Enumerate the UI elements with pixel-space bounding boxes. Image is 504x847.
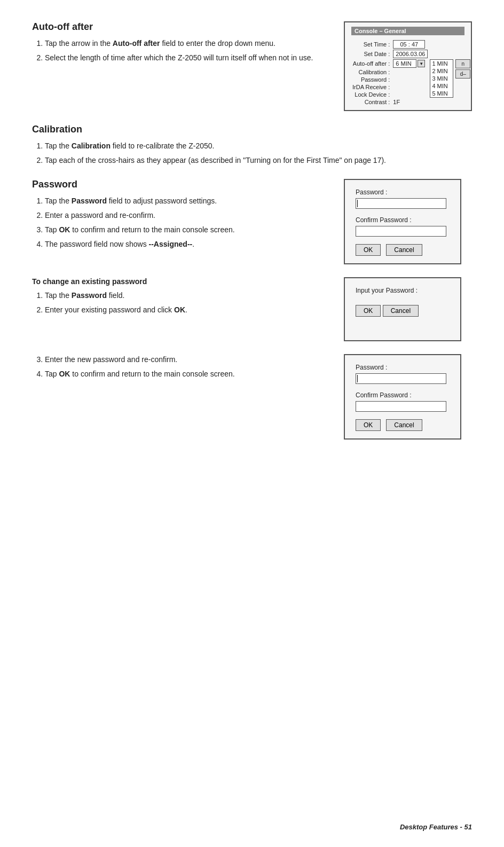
password-step-3: Tap OK to confirm and return to the main… xyxy=(45,224,331,236)
password-label: Password : xyxy=(351,76,392,83)
auto-off-arrow[interactable]: ▼ xyxy=(418,60,425,67)
console-general-widget: Console – General Set Time : 05 : 47 Set… xyxy=(344,21,472,111)
min-4min[interactable]: 4 MIN xyxy=(430,82,453,90)
auto-off-steps: Tap the arrow in the Auto-off after fiel… xyxy=(45,38,331,64)
calibration-step-2: Tap each of the cross-hairs as they appe… xyxy=(45,155,472,166)
set-date-label: Set Date : xyxy=(351,49,392,59)
password-heading: Password xyxy=(32,179,331,190)
pw-dialog1-ok-button[interactable]: OK xyxy=(356,244,381,256)
change-password-steps-2: Enter the new password and re-confirm. T… xyxy=(45,354,331,380)
lock-label: Lock Device : xyxy=(351,91,392,98)
input-pw-cancel-button[interactable]: Cancel xyxy=(383,305,419,317)
password-value-cell[interactable] xyxy=(392,76,429,83)
set-time-value-cell: 05 : 47 xyxy=(392,40,429,49)
contrast-value: 1F xyxy=(393,99,400,105)
pw-dialog1-password-label: Password : xyxy=(356,189,450,196)
irda-value-cell[interactable] xyxy=(392,83,429,91)
min-3min[interactable]: 3 MIN xyxy=(430,75,453,82)
input-password-dialog: Input your Password : OK Cancel xyxy=(344,277,461,341)
calibration-value-cell[interactable] xyxy=(392,68,429,76)
right-btn-d[interactable]: d– xyxy=(455,69,470,79)
cursor-1 xyxy=(357,200,358,207)
lock-value-cell[interactable] xyxy=(392,91,429,98)
change-password-steps: Tap the Password field. Enter your exist… xyxy=(45,290,331,316)
irda-label: IrDA Receive : xyxy=(351,83,392,91)
input-pw-buttons: OK Cancel xyxy=(356,305,450,317)
pw-bold-change-1: Password xyxy=(72,291,107,300)
set-date-value-cell: 2006.03.06 xyxy=(392,49,429,59)
change-step-4: Tap OK to confirm and return to the main… xyxy=(45,368,331,380)
set-time-label: Set Time : xyxy=(351,40,392,49)
contrast-value-cell: 1F xyxy=(392,98,429,106)
assigned-bold: --Assigned-- xyxy=(149,240,193,248)
contrast-label: Contrast : xyxy=(351,98,392,106)
auto-off-bold: Auto-off after xyxy=(113,39,160,48)
input-pw-label: Input your Password : xyxy=(356,287,450,294)
calibration-heading: Calibration xyxy=(32,124,472,135)
min-1min[interactable]: 1 MIN xyxy=(430,60,453,67)
password-bold-1: Password xyxy=(72,197,107,205)
ok-bold-1: OK xyxy=(59,225,70,234)
pw-dialog2-ok-button[interactable]: OK xyxy=(356,419,381,431)
pw-dialog1-confirm-input[interactable] xyxy=(356,226,446,237)
pw-dialog2-buttons: OK Cancel xyxy=(356,419,450,431)
auto-off-heading: Auto-off after xyxy=(32,21,331,33)
password-step-1: Tap the Password field to adjust passwor… xyxy=(45,195,331,207)
change-step-1: Tap the Password field. xyxy=(45,290,331,301)
min-2min[interactable]: 2 MIN xyxy=(430,67,453,75)
change-password-heading: To change an existing password xyxy=(32,277,331,286)
pw-dialog2-password-label: Password : xyxy=(356,364,450,371)
pw-dialog1-cancel-button[interactable]: Cancel xyxy=(386,244,422,256)
auto-off-step-1: Tap the arrow in the Auto-off after fiel… xyxy=(45,38,331,49)
pw-dialog1-buttons: OK Cancel xyxy=(356,244,450,256)
pw-dialog1-password-input[interactable] xyxy=(356,198,446,209)
auto-off-step-2: Select the length of time after which th… xyxy=(45,52,331,64)
calibration-steps: Tap the Calibration field to re-calibrat… xyxy=(45,140,472,166)
set-date-value[interactable]: 2006.03.06 xyxy=(393,50,428,58)
auto-off-label: Auto-off after : xyxy=(351,59,392,68)
cursor-3 xyxy=(357,375,358,382)
password-dialog-2: Password : Confirm Password : OK Cancel xyxy=(344,354,461,440)
change-step-3: Enter the new password and re-confirm. xyxy=(45,354,331,365)
min-5min[interactable]: 5 MIN xyxy=(430,90,453,97)
change-step-2: Enter your existing password and click O… xyxy=(45,304,331,316)
pw-dialog2-password-input[interactable] xyxy=(356,373,446,384)
pw-dialog1-confirm-label: Confirm Password : xyxy=(356,216,450,224)
calibration-bold: Calibration xyxy=(72,142,111,150)
password-dialog-1: Password : Confirm Password : OK Cancel xyxy=(344,179,461,264)
right-btn-n[interactable]: n xyxy=(455,59,470,68)
pw-dialog2-cancel-button[interactable]: Cancel xyxy=(386,419,422,431)
page-footer: Desktop Features - 51 xyxy=(400,823,472,831)
console-table: Set Time : 05 : 47 Set Date : 2006.03.06 xyxy=(351,40,471,106)
pw-dialog2-confirm-label: Confirm Password : xyxy=(356,391,450,399)
password-step-4: The password field now shows --Assigned-… xyxy=(45,239,331,250)
set-time-value[interactable]: 05 : 47 xyxy=(393,40,425,49)
console-title-bar: Console – General xyxy=(351,27,464,35)
ok-bold-final: OK xyxy=(59,370,70,378)
calibration-step-1: Tap the Calibration field to re-calibrat… xyxy=(45,140,472,152)
min-list-box[interactable]: 1 MIN 2 MIN 3 MIN 4 MIN 5 MIN xyxy=(430,59,453,98)
auto-off-dropdown[interactable]: 6 MIN xyxy=(393,59,416,68)
pw-dialog2-confirm-input[interactable] xyxy=(356,401,446,412)
password-step-2: Enter a password and re-confirm. xyxy=(45,210,331,221)
calibration-label: Calibration : xyxy=(351,68,392,76)
input-pw-ok-button[interactable]: OK xyxy=(356,305,381,317)
ok-bold-change: OK xyxy=(174,305,185,314)
auto-off-value-cell: 6 MIN ▼ xyxy=(392,59,429,68)
password-steps: Tap the Password field to adjust passwor… xyxy=(45,195,331,250)
